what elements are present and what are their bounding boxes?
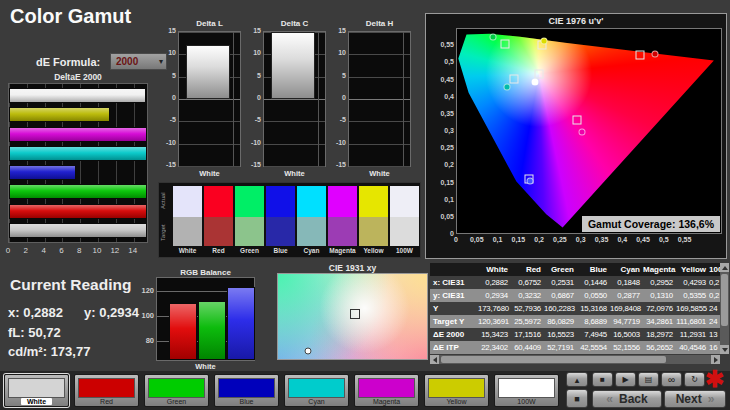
next-button[interactable]: Next »	[664, 390, 726, 408]
table-cell: 52,7936	[511, 302, 544, 315]
patch-button-green[interactable]: Green	[144, 374, 209, 407]
table-cell: 0,1848	[610, 276, 643, 289]
table-cell: 16	[709, 341, 720, 354]
patch-button-magenta[interactable]: Magenta	[354, 374, 419, 407]
delta-chart-yaxis: 151050-5-10-15	[332, 31, 346, 167]
continuous-button[interactable]: ∞	[661, 372, 682, 387]
table-row[interactable]: x: CIE310,28820,67520,25310,14460,18480,…	[430, 276, 720, 289]
gamut-coverage-badge: Gamut Coverage: 136,6%	[582, 216, 720, 232]
swatch-target	[390, 217, 419, 246]
delta-gridline	[179, 121, 240, 122]
delta-ytick: -10	[162, 139, 176, 146]
table-row[interactable]: Target Y120,369125,597286,08298,688994,7…	[430, 315, 720, 328]
table-row[interactable]: y: CIE310,29340,32320,68670,05500,28770,…	[430, 289, 720, 302]
swatch-actual	[359, 186, 388, 217]
rgb-bar-blue	[227, 287, 255, 360]
delta-gridline	[179, 32, 240, 33]
patch-button-red[interactable]: Red	[74, 374, 139, 407]
rgb-balance-title: RGB Balance	[156, 268, 255, 277]
delta-bar	[271, 32, 315, 99]
save-button[interactable]: ▤	[638, 372, 659, 387]
delta-ytick: -15	[162, 161, 176, 168]
reading-x: x: 0,2882	[8, 305, 63, 320]
deltae-xtick: 4	[41, 246, 45, 255]
back-button[interactable]: « Back	[592, 390, 662, 408]
cie1976-ytick: 0,45	[428, 76, 454, 83]
cie1976-markers	[457, 29, 721, 233]
reading-y: y: 0,2934	[84, 305, 139, 320]
table-cell: 24	[709, 302, 720, 315]
cie1976-xtick: 0,1	[493, 236, 503, 243]
patch-button-100w[interactable]: 100W	[494, 374, 559, 407]
vscroll-thumb[interactable]	[721, 274, 728, 326]
delta-ytick: 15	[247, 27, 261, 34]
scroll-left-button[interactable]	[430, 355, 439, 364]
current-reading-title: Current Reading	[10, 276, 131, 294]
table-cell: 13	[709, 328, 720, 341]
delta-bar	[186, 45, 230, 99]
table-header-row: WhiteRedGreenBlueCyanMagentaYellow100W	[430, 263, 720, 276]
cie1976-ytick: 0,5	[428, 58, 454, 65]
delta-col-separator	[318, 32, 319, 166]
refresh-button[interactable]: ↻	[684, 372, 705, 387]
stop-button[interactable]: ■	[592, 372, 613, 387]
swatch-target	[328, 217, 357, 246]
table-cell: 42,5554	[577, 341, 610, 354]
table-cell: 0,0550	[577, 289, 610, 302]
cie1976-xtick: 0,15	[512, 236, 526, 243]
table-row[interactable]: ΔE 200015,342317,151616,55237,494516,500…	[430, 328, 720, 341]
stop-big-button[interactable]: ■	[566, 389, 588, 408]
cie1976-measured-magenta	[578, 128, 585, 135]
patch-color	[78, 378, 135, 398]
patch-button-yellow[interactable]: Yellow	[424, 374, 489, 407]
table-cell: 0,2934	[478, 289, 511, 302]
patch-color	[288, 378, 345, 398]
delta-ytick: 5	[162, 72, 176, 79]
table-row[interactable]: ΔE ITP22,340260,440952,719142,555452,155…	[430, 341, 720, 354]
app-window: Color Gamut dE Formula: 2000 ▾ DeltaE 20…	[0, 0, 730, 410]
cie1931-measured-marker	[304, 347, 311, 354]
gamut-coverage-value: 136,6%	[678, 218, 714, 230]
delta-chart-category: White	[263, 169, 326, 178]
patch-button-cyan[interactable]: Cyan	[284, 374, 349, 407]
cie1976-xaxis: 00,050,10,150,20,250,30,350,40,450,50,55	[456, 236, 722, 246]
cie1976-ytick: 0,1	[428, 196, 454, 203]
cie1976-yaxis: 0,550,50,450,40,350,30,250,20,150,10,050	[428, 28, 454, 234]
table-vscrollbar[interactable]	[720, 263, 729, 354]
delta-ytick: 15	[162, 27, 176, 34]
delta-ytick: 15	[332, 27, 346, 34]
table-cell: 7,4945	[577, 328, 610, 341]
deltae-bar-cyan	[9, 146, 147, 161]
cie1976-panel: CIE 1976 u'v' 0,550,50,450,40,350,30,250…	[425, 13, 727, 259]
swatch-column-blue: Blue	[266, 186, 295, 256]
deltae-bar-magenta	[9, 127, 147, 142]
scroll-down-button[interactable]	[720, 345, 729, 354]
table-row[interactable]: Y173,768052,7936160,228315,3168169,84087…	[430, 302, 720, 315]
next-arrow-icon: »	[708, 392, 715, 406]
patch-color	[428, 378, 485, 398]
table-cell: 94,7719	[610, 315, 643, 328]
rgb-balance-yaxis: 12010080	[136, 277, 154, 361]
patch-button-white[interactable]: White	[4, 374, 69, 407]
cie1976-target-green	[501, 39, 510, 48]
table-cell: 86,0829	[544, 315, 577, 328]
delta-gridline	[349, 121, 410, 122]
cie1976-measured-green	[490, 33, 497, 40]
table-row-label: x: CIE31	[430, 276, 478, 289]
patch-button-blue[interactable]: Blue	[214, 374, 279, 407]
reading-fl-value: 50,72	[28, 325, 61, 340]
hscroll-thumb[interactable]	[441, 356, 666, 363]
scroll-up-button[interactable]	[720, 263, 729, 272]
swatch-target	[173, 217, 202, 246]
reading-cd-label: cd/m²:	[8, 344, 47, 359]
cie1976-target-white	[534, 69, 543, 78]
scroll-right-button[interactable]	[711, 355, 720, 364]
play-button[interactable]: ▶	[615, 372, 636, 387]
table-hscrollbar[interactable]	[430, 355, 720, 364]
delta-gridline	[349, 32, 410, 33]
reading-fl: fL: 50,72	[8, 325, 61, 340]
eject-button[interactable]: ▴	[566, 372, 588, 387]
deltae-bar-white	[9, 88, 146, 103]
table-header-cell	[430, 263, 478, 276]
de-formula-dropdown[interactable]: 2000 ▾	[110, 53, 167, 70]
